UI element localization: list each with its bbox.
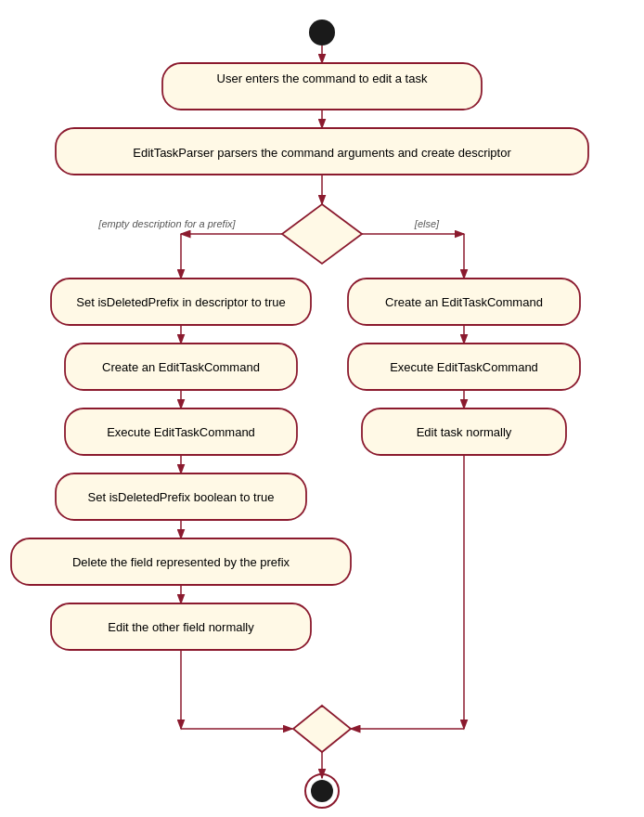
node-delete-field-text: Delete the field represented by the pref…	[72, 555, 290, 569]
node-parser-text: EditTaskParser parsers the command argum…	[133, 146, 511, 160]
node-create-right-text: Create an EditTaskCommand	[385, 295, 543, 309]
node-execute-left-text: Execute EditTaskCommand	[107, 425, 255, 439]
node-set-deleted-text: Set isDeletedPrefix in descriptor to tru…	[76, 295, 285, 309]
node-edit-normally-text: Edit task normally	[417, 425, 512, 439]
node-create-left-text: Create an EditTaskCommand	[102, 360, 260, 374]
start-node	[309, 19, 335, 45]
node-edit-other-text: Edit the other field normally	[108, 620, 254, 634]
decision-node	[282, 204, 362, 264]
guard-right-text: [else]	[414, 218, 440, 229]
node-execute-right-text: Execute EditTaskCommand	[390, 360, 538, 374]
node-user-enters	[162, 63, 482, 110]
node-set-boolean-text: Set isDeletedPrefix boolean to true	[88, 490, 275, 504]
merge-node	[293, 706, 351, 752]
end-inner-circle	[311, 780, 333, 802]
node-user-enters-text1: User enters the command to edit a task	[217, 71, 428, 85]
guard-left-text: [empty description for a prefix]	[97, 218, 236, 229]
